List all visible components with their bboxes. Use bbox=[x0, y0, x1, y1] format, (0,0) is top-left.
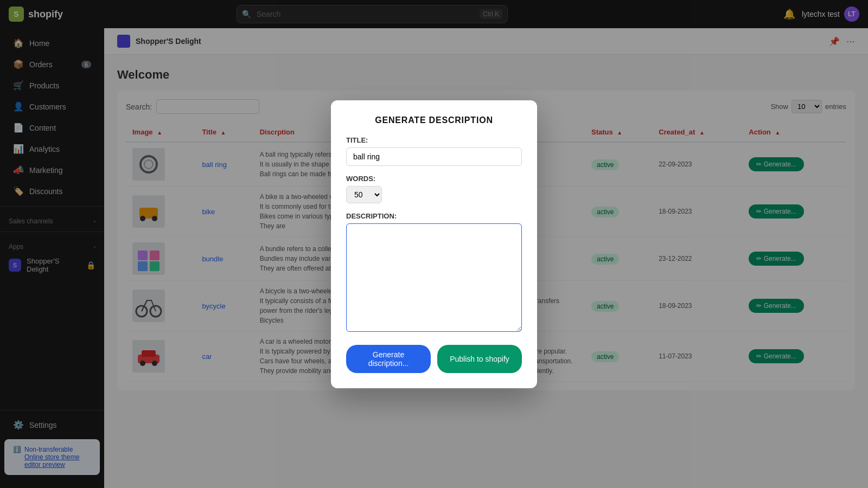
modal-title-field: TITLE: bbox=[346, 136, 522, 166]
title-input[interactable] bbox=[346, 147, 522, 166]
modal-title: GENERATE DESCRIPTION bbox=[346, 115, 522, 125]
words-label: WORDS: bbox=[346, 175, 522, 183]
generate-description-button[interactable]: Generate discription... bbox=[346, 345, 431, 373]
generate-description-modal: GENERATE DESCRIPTION TITLE: WORDS: 50 10… bbox=[331, 100, 537, 388]
description-label: DESCRIPTION: bbox=[346, 212, 522, 220]
description-textarea[interactable] bbox=[346, 223, 522, 332]
modal-actions: Generate discription... Publish to shopi… bbox=[346, 345, 522, 373]
modal-overlay[interactable]: GENERATE DESCRIPTION TITLE: WORDS: 50 10… bbox=[0, 0, 868, 488]
words-select[interactable]: 50 100 150 200 bbox=[346, 186, 382, 203]
title-label: TITLE: bbox=[346, 136, 522, 144]
publish-to-shopify-button[interactable]: Publish to shopify bbox=[437, 345, 522, 373]
modal-description-field: DESCRIPTION: bbox=[346, 212, 522, 334]
modal-words-field: WORDS: 50 100 150 200 bbox=[346, 175, 522, 203]
